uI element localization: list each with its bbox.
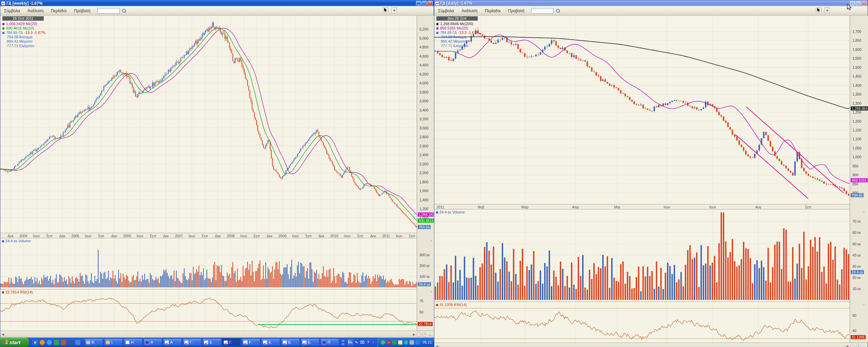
taskbar-task-A[interactable]: A (143, 339, 162, 346)
scroll-left-button[interactable]: ◀ (436, 345, 438, 347)
scroll-right-button[interactable]: ▶ (847, 345, 849, 347)
date-axis-label: Ιουν (660, 205, 674, 209)
tray-notes-icon[interactable] (398, 340, 402, 345)
hide-icons-chevron[interactable]: ‹ (372, 341, 375, 344)
ie-icon[interactable]: e (33, 340, 38, 345)
chart-icon (204, 341, 208, 344)
price-axis-label: 4,400 (419, 63, 428, 67)
zoom-in-tool-icon[interactable]: + (824, 7, 830, 13)
menu-view[interactable]: Προβολή (504, 8, 528, 13)
price-axis-label: 3,400 (419, 108, 428, 112)
price-axis-label: 5,000 (419, 36, 428, 40)
zoom-in-tool-icon[interactable]: + (391, 7, 397, 13)
tray-update-icon[interactable] (415, 340, 420, 345)
zoom-fit-button[interactable]: ↔ (862, 344, 866, 347)
menu-view[interactable]: Προβολή (70, 8, 94, 13)
pointer-tool-icon[interactable] (816, 7, 822, 13)
menu-periods[interactable]: Περίοδοι (47, 8, 70, 13)
daily-volume-chart[interactable] (434, 209, 850, 301)
doc-icon (125, 341, 130, 344)
maximize-button[interactable]: □ (856, 1, 861, 5)
tray-network-icon[interactable] (404, 340, 408, 345)
shield-icon[interactable] (68, 340, 73, 345)
taskbar-task-H[interactable]: H (124, 339, 142, 346)
start-button[interactable]: start (0, 338, 29, 347)
scroll-up-icon[interactable]: ▲ (341, 339, 345, 342)
taskbar-task-[interactable]: Γ. (222, 339, 241, 346)
scroll-down-icon[interactable]: ▼ (341, 343, 345, 346)
date-axis-label: Δεκ (107, 234, 121, 238)
tray-messenger-icon[interactable] (381, 340, 385, 345)
symbol-search-input[interactable] (531, 8, 554, 14)
close-button[interactable]: × (862, 1, 867, 5)
show-desktop-icon[interactable] (75, 340, 80, 345)
taskbar-task-B[interactable]: B. (84, 339, 103, 346)
menu-analysis[interactable]: Ανάλυση (458, 8, 481, 13)
taskbar-task-A[interactable]: A (163, 339, 182, 346)
tray-chart-icon[interactable] (392, 340, 397, 345)
weekly-volume-chart[interactable] (0, 238, 417, 288)
daily-price-chart[interactable] (434, 16, 850, 204)
zoom-fit-button[interactable]: ↔ (428, 332, 432, 336)
symbol-search-input[interactable] (97, 8, 120, 14)
window-daily: ΓΔ [daily] -1.67% _ □ × Σύμβολα Ανάλυση … (434, 0, 868, 347)
task-label: E. (288, 340, 292, 344)
menu-analysis[interactable]: Ανάλυση (24, 8, 47, 13)
taskbar-task-I[interactable]: I. (104, 339, 123, 346)
daily-rsi-chart[interactable] (434, 302, 850, 343)
close-rsi-pane-button[interactable]: × (862, 303, 866, 306)
taskbar-task-F[interactable]: F. (242, 339, 260, 346)
clock-icon[interactable] (40, 340, 45, 345)
close-rsi-pane-button[interactable]: × (429, 290, 433, 294)
mail-icon[interactable] (61, 340, 66, 345)
app-icon (435, 1, 439, 5)
zoom-in-button[interactable]: + (856, 344, 861, 347)
help-icon[interactable]: ? (367, 340, 370, 344)
minimize-button[interactable]: _ (416, 1, 421, 5)
pointer-tool-icon[interactable] (383, 7, 389, 13)
date-axis-label: Φεβ (474, 205, 488, 209)
menu-periods[interactable]: Περίοδοι (481, 8, 504, 13)
titlebar-daily[interactable]: ΓΔ [daily] -1.67% _ □ × (434, 0, 868, 6)
zoom-out-button[interactable]: − (417, 332, 421, 336)
menu-symbols[interactable]: Σύμβολα (434, 8, 458, 13)
price-axis-label: 3,600 (419, 99, 428, 103)
pen-icon[interactable]: ✎ (355, 340, 358, 345)
price-axis-label: 3,200 (419, 117, 428, 121)
taskbar-task-E[interactable]: E. (301, 339, 319, 346)
scroll-left-button[interactable]: ◀ (2, 333, 4, 336)
minimize-button[interactable]: _ (850, 1, 855, 5)
maximize-button[interactable]: □ (422, 1, 427, 5)
tray-printer-icon[interactable] (410, 340, 414, 345)
menu-symbols[interactable]: Σύμβολα (0, 8, 24, 13)
zoom-in-button[interactable]: + (422, 332, 427, 336)
taskbar-task-E[interactable]: E. (261, 339, 280, 346)
taskbar-task-[interactable]: Γ. (183, 339, 201, 346)
scroll-right-button[interactable]: ▶ (413, 333, 415, 336)
date-axis-label: Σεπ (198, 234, 212, 238)
titlebar-weekly[interactable]: ΓΔ [weekly] -1.67% _ □ × (0, 0, 434, 6)
messenger-icon[interactable] (47, 340, 52, 345)
price-axis-label: 2,600 (419, 144, 428, 148)
taskbar-task-[interactable]: Π (320, 339, 339, 346)
tray-alert-icon[interactable]: × (387, 340, 391, 345)
taskbar-clock[interactable]: 05:21 (422, 340, 432, 344)
taskbar-task-E[interactable]: E. (202, 339, 221, 346)
weekly-price-chart[interactable] (0, 16, 417, 233)
taskbar-task-E[interactable]: E. (281, 339, 300, 346)
task-label: E. (210, 340, 213, 344)
zoom-out-button[interactable]: − (850, 344, 855, 347)
price-axis-label: 4,000 (419, 81, 428, 85)
close-button[interactable]: × (428, 1, 433, 5)
quick-launch: e (33, 340, 80, 345)
search-icon[interactable] (556, 8, 560, 13)
media-icon[interactable] (54, 340, 59, 345)
language-indicator[interactable]: EL (348, 339, 353, 345)
search-icon[interactable] (122, 8, 126, 13)
close-volume-pane-button[interactable]: × (429, 239, 433, 243)
date-axis-label: Σεπ (94, 234, 108, 238)
price-axis-label: 1,250 (852, 110, 861, 114)
keyboard-icon[interactable]: ⌧ (360, 340, 364, 345)
close-volume-pane-button[interactable]: × (862, 210, 866, 214)
weekly-rsi-chart[interactable] (0, 289, 417, 331)
